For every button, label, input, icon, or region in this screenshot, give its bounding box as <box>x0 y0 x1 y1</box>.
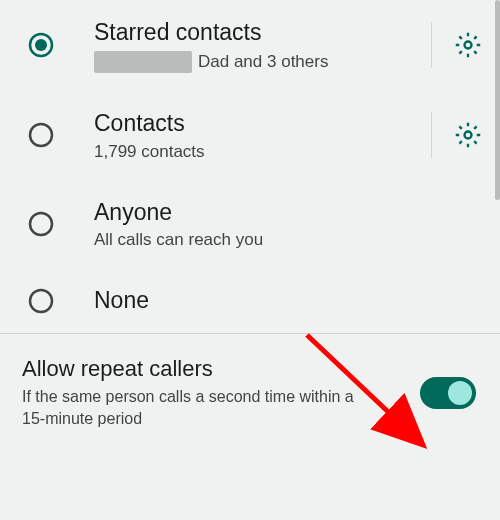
svg-point-4 <box>465 132 472 139</box>
radio-unselected-icon <box>28 211 54 237</box>
call-from-options: Starred contacts Dad and 3 others Contac… <box>0 0 500 333</box>
radio-unselected-icon <box>28 288 54 314</box>
repeat-subtitle: If the same person calls a second time w… <box>22 386 362 429</box>
repeat-text: Allow repeat callers If the same person … <box>22 356 420 429</box>
option-subtitle: 1,799 contacts <box>94 142 421 162</box>
option-title: None <box>94 286 482 315</box>
option-title: Starred contacts <box>94 18 421 47</box>
option-none[interactable]: None <box>0 268 500 333</box>
repeat-callers-toggle[interactable] <box>420 377 476 409</box>
radio-selected-icon <box>28 32 54 58</box>
option-subtitle: All calls can reach you <box>94 230 482 250</box>
option-anyone[interactable]: Anyone All calls can reach you <box>0 180 500 269</box>
option-title: Anyone <box>94 198 482 227</box>
radio-unselected-icon <box>28 122 54 148</box>
redacted-name <box>94 51 192 73</box>
allow-repeat-callers-row[interactable]: Allow repeat callers If the same person … <box>0 334 500 451</box>
option-contacts[interactable]: Contacts 1,799 contacts <box>0 91 500 180</box>
option-subtitle: Dad and 3 others <box>94 51 421 73</box>
svg-point-1 <box>35 39 47 51</box>
option-text: Anyone All calls can reach you <box>94 198 482 251</box>
option-text: Starred contacts Dad and 3 others <box>94 18 421 73</box>
vertical-divider <box>431 112 432 158</box>
option-title: Contacts <box>94 109 421 138</box>
gear-icon[interactable] <box>454 121 482 149</box>
option-starred-contacts[interactable]: Starred contacts Dad and 3 others <box>0 0 500 91</box>
option-text: None <box>94 286 482 315</box>
svg-point-3 <box>30 124 52 146</box>
svg-point-5 <box>30 213 52 235</box>
option-text: Contacts 1,799 contacts <box>94 109 421 162</box>
vertical-divider <box>431 22 432 68</box>
repeat-title: Allow repeat callers <box>22 356 408 382</box>
svg-point-6 <box>30 290 52 312</box>
svg-point-2 <box>465 42 472 49</box>
gear-icon[interactable] <box>454 31 482 59</box>
